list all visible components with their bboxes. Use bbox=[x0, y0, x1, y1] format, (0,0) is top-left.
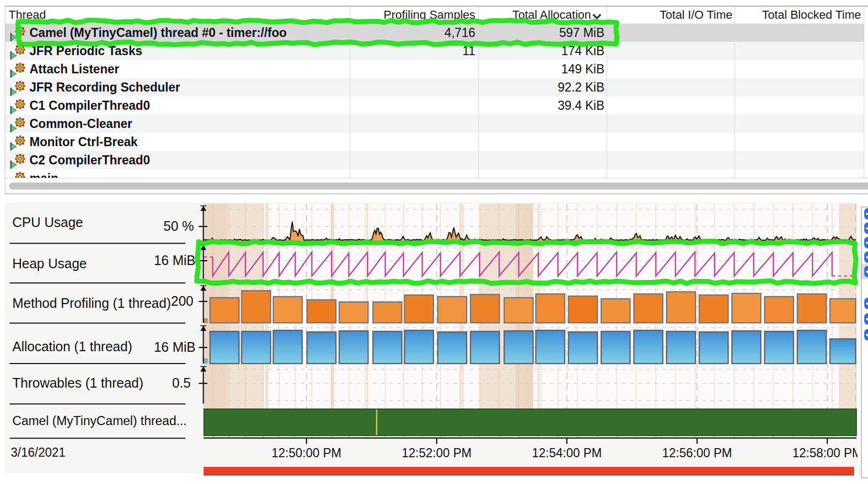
svg-text:3/16/2021: 3/16/2021 bbox=[11, 445, 65, 459]
svg-text:12:52:00 PM: 12:52:00 PM bbox=[402, 446, 472, 460]
svg-text:16 MiB: 16 MiB bbox=[154, 253, 196, 268]
svg-text:200: 200 bbox=[171, 293, 193, 308]
svg-text:Camel (MyTinyCamel) thread...: Camel (MyTinyCamel) thread... bbox=[12, 414, 187, 428]
svg-text:0.5: 0.5 bbox=[172, 375, 191, 390]
svg-text:16 MiB: 16 MiB bbox=[154, 339, 196, 354]
svg-text:12:56:00 PM: 12:56:00 PM bbox=[662, 446, 732, 460]
svg-text:Heap Usage: Heap Usage bbox=[12, 256, 87, 271]
svg-text:50 %: 50 % bbox=[163, 218, 194, 233]
svg-text:12:58:00 PM: 12:58:00 PM bbox=[792, 446, 862, 460]
svg-text:CPU Usage: CPU Usage bbox=[12, 215, 83, 230]
svg-text:Method Profiling (1 thread): Method Profiling (1 thread) bbox=[12, 296, 171, 311]
svg-text:12:54:00 PM: 12:54:00 PM bbox=[532, 446, 602, 460]
svg-text:Allocation (1 thread): Allocation (1 thread) bbox=[12, 339, 132, 354]
svg-text:Throwables (1 thread): Throwables (1 thread) bbox=[12, 375, 144, 390]
svg-text:12:50:00 PM: 12:50:00 PM bbox=[272, 446, 341, 460]
